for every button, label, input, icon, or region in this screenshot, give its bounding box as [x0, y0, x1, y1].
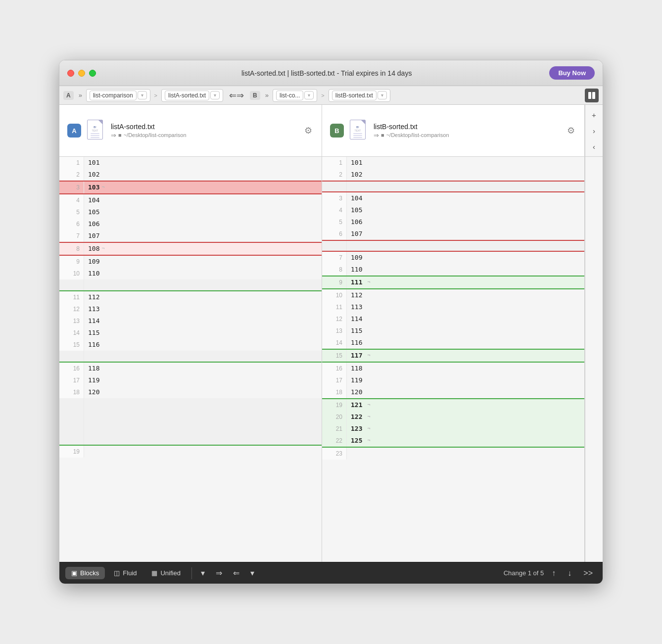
minimize-button[interactable] [78, 70, 85, 77]
line-content: 112 [84, 291, 322, 303]
unified-icon: ▦ [151, 569, 157, 577]
line-number: 1 [322, 157, 347, 169]
line-content: 115 [347, 325, 584, 337]
table-row: 13115 [322, 325, 584, 337]
tab-b-folder[interactable]: list-co... ▾ [273, 89, 317, 102]
line-number: 15 [322, 350, 347, 362]
table-row: 2102 [59, 169, 322, 181]
table-row: 11113 [322, 301, 584, 313]
file-headers: A B! TEXT listA-sorted.t [59, 105, 603, 157]
sync-arrows-icon[interactable]: ⇐⇒ [229, 90, 244, 101]
settings-b-icon[interactable]: ⚙ [566, 125, 576, 136]
fluid-icon: ◫ [114, 569, 120, 577]
line-content: 107 [347, 228, 584, 240]
table-row: 9109 [59, 256, 322, 268]
change-info: Change 1 of 5 ↑ ↓ >> [504, 567, 597, 580]
tab-a-file[interactable]: listA-sorted.txt ▾ [161, 89, 223, 102]
line-content: 102 [84, 169, 322, 181]
line-number: 5 [59, 206, 84, 218]
line-content-empty [84, 410, 322, 422]
line-content: 115 [84, 327, 322, 339]
file-header-a: A B! TEXT listA-sorted.t [59, 105, 322, 156]
line-number: 3 [59, 182, 84, 193]
diff-pane-right[interactable]: 110121023104410551066107710981109111 ¬10… [322, 157, 585, 562]
tab-a-folder[interactable]: list-comparison ▾ [86, 89, 150, 102]
panels-icon[interactable] [585, 89, 599, 102]
copy-dropdown-button[interactable]: ▾ [246, 566, 258, 580]
table-row: 5106 [322, 216, 584, 228]
line-number: 10 [59, 268, 84, 279]
line-number: 17 [322, 374, 347, 386]
line-content: 113 [347, 301, 584, 313]
svg-rect-1 [592, 92, 595, 99]
line-content-empty [84, 398, 322, 410]
file-badge-a: A [67, 124, 81, 138]
table-row: 19121 ¬ [322, 398, 584, 411]
diff-pane-left[interactable]: 110121023103¬41045105610671078108¬910910… [59, 157, 322, 562]
table-row [59, 410, 322, 422]
line-number: 6 [322, 228, 347, 240]
close-button[interactable] [67, 70, 74, 77]
line-number: 17 [59, 374, 84, 386]
line-content: 116 [84, 339, 322, 351]
blocks-icon: ▣ [71, 569, 77, 577]
line-content: 104 [84, 194, 322, 206]
line-content: 101 [84, 157, 322, 169]
table-row: 1101 [59, 157, 322, 169]
line-number: 18 [322, 386, 347, 398]
copy-left-button[interactable]: ⇐ [229, 566, 243, 580]
file-path-a: ⇒ ■ ~/Desktop/list-comparison [111, 132, 297, 139]
line-content-empty [347, 182, 584, 191]
tab-a-chevron[interactable]: » [76, 91, 85, 100]
tab-b-chevron[interactable]: » [262, 91, 272, 100]
line-number: 11 [322, 301, 347, 313]
line-number: 12 [322, 313, 347, 325]
table-row: 10110 [59, 268, 322, 279]
table-row [59, 434, 322, 446]
line-content-empty [84, 434, 322, 445]
buy-now-button[interactable]: Buy Now [549, 66, 595, 80]
line-number-empty [322, 182, 347, 191]
table-row: 10112 [322, 289, 584, 301]
line-content: 116 [347, 337, 584, 349]
tab-b-breadcrumb: » list-co... ▾ > listB-sorted.txt ▾ [262, 89, 390, 102]
line-content: 110 [84, 268, 322, 279]
last-change-button[interactable]: >> [579, 567, 597, 580]
tab-b-label: B [250, 91, 260, 100]
line-marker-icon: ¬ [364, 412, 370, 422]
chevron-right-button[interactable]: › [587, 124, 601, 138]
settings-a-icon[interactable]: ⚙ [303, 125, 314, 136]
line-number-empty [59, 398, 84, 410]
line-content: 102 [347, 169, 584, 181]
line-number: 2 [59, 169, 84, 181]
table-row: 3103¬ [59, 181, 322, 194]
line-content: 112 [347, 289, 584, 301]
line-number-empty [59, 422, 84, 434]
line-content: 117 ¬ [347, 350, 584, 362]
chevron-left-button[interactable]: ‹ [587, 139, 601, 153]
blocks-view-button[interactable]: ▣ Blocks [65, 567, 105, 579]
dropdown-button[interactable]: ▾ [197, 566, 209, 580]
table-row: 3104 [322, 192, 584, 204]
table-row: 16118 [59, 363, 322, 374]
file-icon-b: B! TEXT [350, 120, 368, 141]
copy-right-button[interactable]: ⇒ [212, 566, 226, 580]
line-marker-icon: ¬ [364, 436, 370, 446]
fluid-view-button[interactable]: ◫ Fluid [108, 567, 142, 579]
next-change-button[interactable]: ↓ [564, 567, 575, 580]
table-row [59, 279, 322, 291]
table-row: 22125 ¬ [322, 435, 584, 448]
line-content: 111 ¬ [347, 276, 584, 288]
line-number: 23 [322, 448, 347, 460]
line-number: 15 [59, 339, 84, 351]
table-row: 8110 [322, 264, 584, 276]
add-panel-button[interactable]: + [587, 108, 601, 122]
maximize-button[interactable] [89, 70, 96, 77]
table-row: 14116 [322, 337, 584, 349]
unified-view-button[interactable]: ▦ Unified [145, 567, 186, 579]
prev-change-button[interactable]: ↑ [548, 567, 560, 580]
tab-b-file[interactable]: listB-sorted.txt ▾ [329, 89, 390, 102]
line-content: 119 [347, 374, 584, 386]
line-number: 18 [59, 386, 84, 398]
table-row: 16118 [322, 363, 584, 374]
